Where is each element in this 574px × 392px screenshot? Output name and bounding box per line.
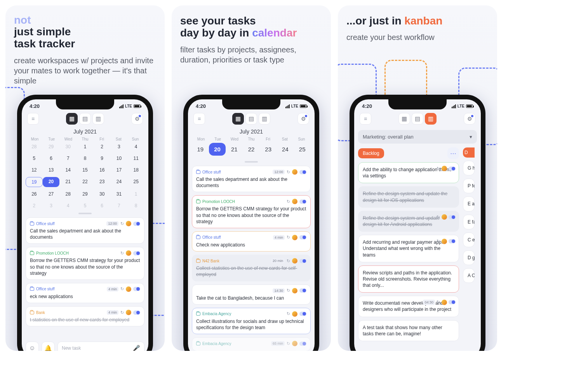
calendar-day[interactable]: 8 [127, 201, 144, 210]
kanban-view-tab[interactable]: ▥ [259, 113, 270, 125]
calendar-day[interactable]: 3 [43, 201, 60, 210]
calendar-day[interactable]: 28 [59, 189, 77, 199]
kanban-card[interactable]: ↻Refine the design system and update des… [358, 211, 459, 232]
task-toggle[interactable] [133, 251, 140, 255]
task-card[interactable]: Office stuff12:00↻Call the sales departm… [26, 217, 144, 244]
column-menu-button[interactable]: ⋯ [447, 147, 459, 159]
task-toggle[interactable] [133, 287, 140, 291]
card-toggle[interactable] [449, 239, 456, 243]
week-row[interactable]: 19 20 21 22 23 24 25 [188, 142, 315, 159]
calendar-day[interactable]: 22 [77, 177, 94, 187]
kanban-card-peek[interactable]: E a se [463, 196, 475, 211]
calendar-day[interactable]: 1 [127, 189, 144, 199]
calendar-day[interactable]: 10 [111, 154, 128, 163]
card-toggle[interactable] [449, 167, 456, 171]
task-card[interactable]: Embacia Agency↻Collect illustrations for… [192, 308, 311, 334]
notifications-button[interactable]: 🔔 [42, 342, 55, 351]
calendar-day[interactable]: 13 [43, 165, 60, 175]
task-toggle[interactable] [299, 235, 306, 239]
calendar-day[interactable]: 1 [77, 142, 94, 151]
mic-icon[interactable]: 🎤 [133, 345, 140, 351]
task-toggle[interactable] [299, 342, 306, 346]
task-toggle[interactable] [299, 259, 306, 263]
kanban-card[interactable]: Review scripts and paths in the applicat… [358, 265, 459, 293]
task-card[interactable]: Promotion LOOCH↻Borrow the GETTERS CMM s… [192, 195, 311, 228]
kanban-card[interactable]: 04:30↻Write documentati new developers a… [358, 296, 459, 317]
calendar-day[interactable]: 30 [59, 142, 77, 151]
emoji-button[interactable]: ☺ [26, 342, 39, 351]
task-card[interactable]: Office stuff12:00↻Call the sales departm… [192, 166, 311, 192]
calendar-day[interactable]: 2 [26, 201, 43, 210]
filter-button[interactable]: ⚙ [131, 113, 143, 125]
list-view-tab[interactable]: ▤ [412, 113, 423, 125]
kanban-view-tab[interactable]: ▥ [425, 113, 437, 125]
drag-handle[interactable] [78, 213, 92, 214]
list-view-tab[interactable]: ▤ [79, 113, 91, 125]
kanban-card[interactable]: A test task that shows how many other ta… [358, 320, 459, 341]
calendar-day[interactable]: 29 [43, 142, 60, 151]
workspace-button[interactable]: ≡ [27, 113, 39, 125]
task-toggle[interactable] [299, 199, 306, 204]
workspace-button[interactable]: ≡ [193, 113, 205, 125]
calendar-day[interactable]: 24 [111, 177, 128, 187]
calendar-day[interactable]: 18 [127, 165, 144, 175]
kanban-card-peek[interactable]: C e d [463, 232, 475, 247]
calendar-day[interactable]: 6 [94, 201, 111, 210]
kanban-card-peek[interactable]: D g m [463, 250, 475, 265]
calendar-day[interactable]: 4 [127, 142, 144, 151]
card-toggle[interactable] [449, 300, 456, 304]
kanban-card[interactable]: ↻Add the ability to change application t… [358, 162, 459, 183]
kanban-card-peek[interactable]: E fa e [463, 215, 475, 229]
calendar-view-tab[interactable]: ▦ [232, 113, 244, 125]
task-card[interactable]: Embacia Agency65 min↻ [192, 337, 311, 351]
task-card[interactable]: N42 Bank20 min↻Collect statistics on the… [192, 255, 311, 281]
task-card[interactable]: Promotion LOOCH↻Borrow the GETTERS CMM s… [26, 247, 144, 280]
calendar-day[interactable]: 7 [111, 201, 128, 210]
task-toggle[interactable] [299, 170, 306, 174]
drag-handle[interactable] [245, 161, 258, 163]
task-card[interactable]: Office stuff4 min↻Check new applications [192, 231, 311, 252]
calendar-day[interactable]: 5 [26, 154, 43, 163]
calendar-day[interactable]: 3 [111, 142, 128, 151]
task-toggle[interactable] [133, 222, 140, 226]
calendar-day[interactable]: 7 [59, 154, 77, 163]
calendar-day[interactable]: 21 [59, 177, 77, 187]
task-toggle[interactable] [299, 288, 306, 293]
column-title[interactable]: Backlog [358, 148, 384, 158]
task-card[interactable]: 14:30↻Take the cat to Bangladesh, becaus… [192, 284, 311, 305]
kanban-card[interactable]: ↻Add recurring and regular paymer app. U… [358, 235, 459, 262]
kanban-card-peek[interactable]: P fe [463, 179, 475, 193]
filter-button[interactable]: ⚙ [464, 113, 475, 125]
kanban-card-peek[interactable]: A O s [463, 268, 475, 283]
kanban-column-peek[interactable]: D G h aP feE a seE fa eC e dD g mA O s [463, 147, 475, 341]
calendar-day[interactable]: 11 [127, 154, 144, 163]
filter-button[interactable]: ⚙ [297, 113, 309, 125]
kanban-card[interactable]: Refine the design system and update the … [358, 186, 459, 207]
calendar-day[interactable]: 15 [77, 165, 94, 175]
calendar-day[interactable]: 30 [94, 189, 111, 199]
calendar-day[interactable]: 20 [43, 177, 60, 187]
kanban-board[interactable]: Backlog ⋯ ↻Add the ability to change app… [354, 147, 481, 341]
calendar-grid[interactable]: 2829301234567891011121314151617181920212… [22, 142, 148, 210]
new-task-input[interactable]: New task 🎤 [57, 342, 144, 351]
calendar-day[interactable]: 31 [111, 189, 128, 199]
calendar-day[interactable]: 9 [94, 154, 111, 163]
calendar-view-tab[interactable]: ▦ [398, 113, 410, 125]
task-toggle[interactable] [133, 310, 140, 315]
calendar-day[interactable]: 6 [43, 154, 60, 163]
kanban-card-peek[interactable]: G h a [463, 161, 475, 175]
calendar-day[interactable]: 14 [59, 165, 77, 175]
calendar-day[interactable]: 26 [26, 189, 43, 199]
kanban-view-tab[interactable]: ▥ [92, 113, 104, 125]
workspace-button[interactable]: ≡ [360, 113, 371, 125]
calendar-day[interactable]: 16 [94, 165, 111, 175]
calendar-day[interactable]: 4 [59, 201, 77, 210]
calendar-day[interactable]: 5 [77, 201, 94, 210]
task-card[interactable]: Bank4 min↻t statistics on the use of new… [26, 306, 144, 326]
calendar-day[interactable]: 29 [77, 189, 94, 199]
card-toggle[interactable] [449, 215, 456, 219]
task-card[interactable]: Office stuff4 min↻eck new applications [26, 283, 144, 303]
calendar-day[interactable]: 23 [94, 177, 111, 187]
calendar-day[interactable]: 19 [26, 177, 43, 187]
list-view-tab[interactable]: ▤ [245, 113, 257, 125]
